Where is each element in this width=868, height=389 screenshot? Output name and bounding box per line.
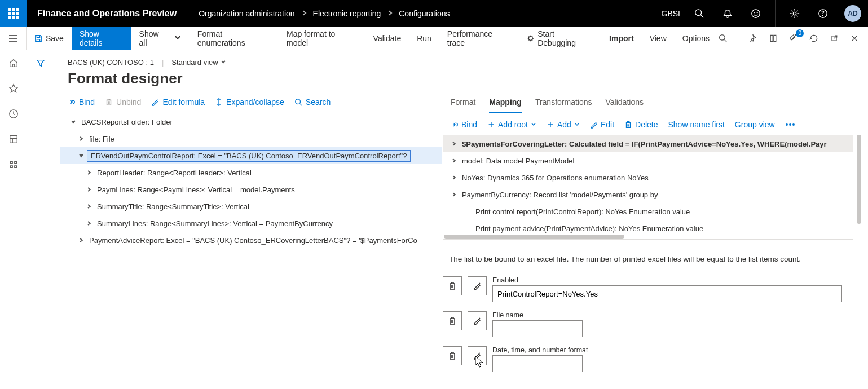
close-icon[interactable] bbox=[849, 33, 860, 44]
vertical-scrollbar[interactable] bbox=[857, 135, 861, 224]
pin-icon[interactable] bbox=[747, 33, 759, 44]
datasource-row[interactable]: Print control report(PrintControlReport)… bbox=[443, 203, 853, 220]
attachments-button[interactable]: 0 bbox=[788, 33, 799, 44]
format-enumerations-button[interactable]: Format enumerations bbox=[190, 27, 279, 50]
datasource-label: model: Data model PaymentModel bbox=[460, 157, 574, 165]
validate-button[interactable]: Validate bbox=[365, 27, 409, 50]
tree-row[interactable]: BACSReportsFolder: Folder bbox=[60, 113, 442, 130]
gear-icon[interactable] bbox=[786, 5, 804, 23]
popout-icon[interactable] bbox=[829, 33, 840, 44]
workspace-icon[interactable] bbox=[8, 134, 19, 146]
datasource-row[interactable]: model: Data model PaymentModel bbox=[443, 152, 853, 169]
group-view-button[interactable]: Group view bbox=[735, 120, 775, 129]
delete-formula-button[interactable] bbox=[443, 276, 462, 295]
avatar[interactable]: AD bbox=[844, 5, 861, 22]
chevron-right-icon[interactable] bbox=[83, 170, 95, 175]
breadcrumb-item[interactable]: Electronic reporting bbox=[313, 9, 381, 18]
tree-label: PaymLines: Range<PaymLines>: Vertical = … bbox=[95, 185, 295, 194]
delete-button[interactable]: Delete bbox=[624, 120, 658, 129]
chevron-right-icon[interactable] bbox=[83, 204, 95, 209]
bind-button[interactable]: Bind bbox=[68, 98, 95, 107]
menu-toggle-button[interactable] bbox=[0, 27, 27, 50]
run-button[interactable]: Run bbox=[409, 27, 439, 50]
svg-rect-4 bbox=[12, 12, 15, 15]
options-button[interactable]: Options bbox=[675, 27, 717, 50]
chevron-right-icon[interactable] bbox=[448, 158, 460, 163]
tree-row[interactable]: SummaryTitle: Range<SummaryTitle>: Verti… bbox=[60, 198, 442, 215]
bind-button[interactable]: Bind bbox=[451, 120, 477, 129]
start-debugging-button[interactable]: Start Debugging bbox=[519, 27, 602, 50]
tree-row[interactable]: file: File bbox=[60, 130, 442, 147]
show-details-button[interactable]: Show details bbox=[72, 27, 131, 50]
show-all-button[interactable]: Show all bbox=[131, 27, 190, 50]
filename-input[interactable] bbox=[492, 320, 583, 337]
action-bar-right: 0 bbox=[717, 27, 868, 50]
chevron-right-icon[interactable] bbox=[76, 237, 87, 243]
chevron-right-icon[interactable] bbox=[448, 141, 460, 147]
chevron-right-icon[interactable] bbox=[83, 187, 95, 192]
star-icon[interactable] bbox=[8, 83, 19, 95]
help-icon[interactable] bbox=[814, 5, 832, 23]
refresh-icon[interactable] bbox=[808, 33, 819, 44]
delete-formula-button[interactable] bbox=[443, 346, 462, 365]
chevron-down-icon[interactable] bbox=[76, 153, 87, 158]
tree-row[interactable]: PaymentAdviceReport: Excel = "BACS (UK) … bbox=[60, 232, 442, 249]
bell-icon[interactable] bbox=[719, 5, 737, 23]
chevron-right-icon[interactable] bbox=[448, 175, 460, 180]
book-icon[interactable] bbox=[768, 33, 779, 44]
clock-icon[interactable] bbox=[8, 109, 19, 121]
smiley-icon[interactable] bbox=[747, 5, 765, 23]
add-button[interactable]: Add bbox=[547, 120, 580, 129]
tab-transformations[interactable]: Transformations bbox=[535, 98, 592, 113]
show-name-first-button[interactable]: Show name first bbox=[668, 120, 724, 129]
edit-formula-button[interactable] bbox=[468, 311, 487, 330]
datasource-row[interactable]: NoYes: Dynamics 365 for Operations enume… bbox=[443, 169, 853, 186]
tab-validations[interactable]: Validations bbox=[606, 98, 644, 113]
datasource-row[interactable]: $PaymentsForCoveringLetter: Calculated f… bbox=[443, 135, 853, 152]
date-format-input[interactable] bbox=[492, 355, 583, 372]
org-name: GBSI bbox=[662, 9, 680, 18]
edit-formula-button[interactable]: Edit formula bbox=[151, 98, 205, 107]
chevron-right-icon[interactable] bbox=[76, 136, 87, 142]
modules-icon[interactable] bbox=[8, 160, 19, 171]
expand-collapse-button[interactable]: Expand/collapse bbox=[215, 98, 284, 107]
property-editor: Enabled File name bbox=[443, 269, 866, 372]
chevron-right-icon[interactable] bbox=[448, 192, 460, 197]
tree-row[interactable]: ERVendOutPaymControlReport: Excel = "BAC… bbox=[60, 147, 442, 164]
delete-formula-button[interactable] bbox=[443, 311, 462, 330]
edit-formula-button[interactable] bbox=[468, 276, 487, 295]
tree-row[interactable]: PaymLines: Range<PaymLines>: Vertical = … bbox=[60, 181, 442, 198]
home-icon[interactable] bbox=[8, 58, 19, 70]
tab-format[interactable]: Format bbox=[451, 98, 475, 113]
search-button[interactable]: Search bbox=[294, 98, 331, 107]
tree-row[interactable]: ReportHeader: Range<ReportHeader>: Verti… bbox=[60, 164, 442, 181]
enabled-input[interactable] bbox=[492, 285, 842, 302]
svg-point-17 bbox=[720, 35, 725, 41]
search-icon[interactable] bbox=[717, 33, 729, 44]
import-button[interactable]: Import bbox=[601, 27, 642, 50]
edit-button[interactable]: Edit bbox=[590, 120, 614, 129]
chevron-down-icon[interactable] bbox=[68, 119, 79, 125]
format-tree[interactable]: BACSReportsFolder: Folderfile: FileERVen… bbox=[60, 113, 442, 389]
edit-formula-button[interactable] bbox=[468, 346, 487, 365]
add-root-button[interactable]: Add root bbox=[487, 120, 536, 129]
datasource-tree[interactable]: $PaymentsForCoveringLetter: Calculated f… bbox=[443, 135, 853, 240]
chevron-right-icon[interactable] bbox=[83, 220, 95, 226]
search-icon[interactable] bbox=[690, 5, 708, 23]
enabled-row: Enabled bbox=[443, 276, 853, 302]
datasource-row[interactable]: PaymentByCurrency: Record list 'model/Pa… bbox=[443, 186, 853, 203]
more-commands-button[interactable] bbox=[785, 121, 795, 129]
tree-row[interactable]: SummaryLines: Range<SummaryLines>: Verti… bbox=[60, 215, 442, 232]
map-format-to-model-button[interactable]: Map format to model bbox=[279, 27, 365, 50]
view-selector[interactable]: Standard view bbox=[171, 58, 218, 67]
view-button[interactable]: View bbox=[642, 27, 675, 50]
breadcrumb-item[interactable]: Configurations bbox=[399, 9, 450, 18]
performance-trace-button[interactable]: Performance trace bbox=[439, 27, 519, 50]
filter-pane-toggle[interactable] bbox=[27, 50, 54, 389]
horizontal-scrollbar[interactable] bbox=[444, 235, 624, 239]
datasource-label: PaymentByCurrency: Record list 'model/Pa… bbox=[460, 191, 658, 199]
save-button[interactable]: Save bbox=[27, 27, 72, 50]
app-launcher-button[interactable] bbox=[0, 0, 27, 27]
tab-mapping[interactable]: Mapping bbox=[489, 98, 522, 113]
breadcrumb-item[interactable]: Organization administration bbox=[199, 9, 294, 18]
